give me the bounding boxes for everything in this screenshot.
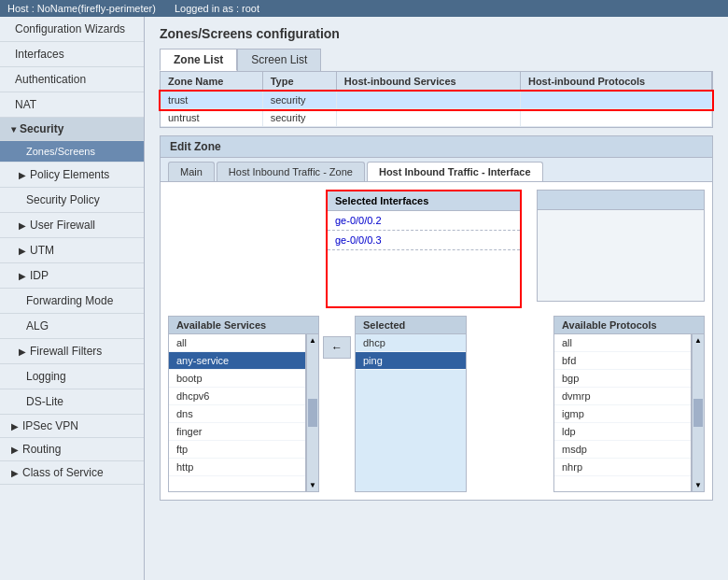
tab-zone-list[interactable]: Zone List xyxy=(160,49,237,71)
sidebar-item-security-policy[interactable]: Security Policy xyxy=(0,188,144,213)
sidebar-label: Routing xyxy=(22,443,61,456)
sidebar-item-logging[interactable]: Logging xyxy=(0,364,144,389)
available-protocols-list[interactable]: all bfd bgp dvmrp igmp ldp msdp nhrp xyxy=(553,333,692,492)
list-item[interactable]: igmp xyxy=(554,405,691,423)
list-item[interactable]: dvmrp xyxy=(554,388,691,405)
interface-item[interactable]: ge-0/0/0.3 xyxy=(328,231,520,250)
sidebar-item-zones-screens[interactable]: Zones/Screens xyxy=(0,141,144,163)
sidebar-item-idp[interactable]: ▶IDP xyxy=(0,263,144,289)
sidebar-item-interfaces[interactable]: Interfaces xyxy=(0,42,144,67)
sidebar-label: Interfaces xyxy=(15,48,64,61)
edit-tab-bar: Main Host Inbound Traffic - Zone Host In… xyxy=(161,158,712,182)
sidebar-item-class-of-service[interactable]: ▶Class of Service xyxy=(0,461,144,485)
move-left-button[interactable]: ← xyxy=(323,336,351,359)
available-services-container: Available Services all any-service bootp… xyxy=(168,316,319,492)
expand-icon: ▶ xyxy=(19,271,26,281)
expand-icon: ▶ xyxy=(11,445,19,455)
sidebar-label: DS-Lite xyxy=(26,395,63,408)
scroll-thumb xyxy=(308,399,317,427)
list-item[interactable]: nhrp xyxy=(554,459,691,476)
selected-interfaces-box: Selected Interfaces ge-0/0/0.2 ge-0/0/0.… xyxy=(326,190,522,308)
list-item[interactable]: ldp xyxy=(554,423,691,441)
table-row[interactable]: untrust security xyxy=(161,109,712,127)
scroll-up-icon[interactable]: ▲ xyxy=(309,336,316,345)
sidebar-item-authentication[interactable]: Authentication xyxy=(0,67,144,92)
sidebar-item-forwarding-mode[interactable]: Forwarding Mode xyxy=(0,289,144,314)
available-services-list[interactable]: all any-service bootp dhcpv6 dns finger … xyxy=(168,333,306,492)
selected-services-container: Selected dhcp ping xyxy=(355,316,467,492)
main-content: Zones/Screens configuration Zone List Sc… xyxy=(145,17,728,580)
sidebar-item-utm[interactable]: ▶UTM xyxy=(0,238,144,263)
sidebar-label: IPSec VPN xyxy=(22,419,78,432)
sidebar-label: Logging xyxy=(26,370,66,383)
list-item[interactable]: dhcp xyxy=(356,334,466,352)
interfaces-row: Selected Interfaces ge-0/0/0.2 ge-0/0/0.… xyxy=(168,190,705,308)
sidebar-item-ds-lite[interactable]: DS-Lite xyxy=(0,389,144,415)
scrollbar-protocols[interactable]: ▲ ▼ xyxy=(692,333,705,492)
zone-host-services-cell xyxy=(336,92,520,109)
col-type: Type xyxy=(262,72,336,92)
tab-host-inbound-zone[interactable]: Host Inbound Traffic - Zone xyxy=(217,162,365,181)
sidebar-label: NAT xyxy=(15,98,36,111)
selected-services-list[interactable]: dhcp ping xyxy=(355,333,467,492)
zone-type-cell: security xyxy=(262,92,336,109)
col-host-protocols: Host-inbound Protocols xyxy=(520,72,711,92)
list-item[interactable]: bfd xyxy=(554,352,691,370)
selected-services-label: Selected xyxy=(355,316,467,333)
list-item[interactable]: msdp xyxy=(554,441,691,459)
top-bar: Host : NoName(firefly-perimeter) Logged … xyxy=(0,0,728,17)
list-item[interactable]: finger xyxy=(169,423,305,441)
sidebar-item-security[interactable]: ▾Security xyxy=(0,118,144,141)
list-item[interactable]: bgp xyxy=(554,370,691,388)
list-item[interactable]: http xyxy=(169,459,305,476)
col-host-services: Host-inbound Services xyxy=(336,72,520,92)
available-services-box-wrapper: all any-service bootp dhcpv6 dns finger … xyxy=(168,333,319,492)
list-item[interactable]: dns xyxy=(169,405,305,423)
main-layout: Configuration Wizards Interfaces Authent… xyxy=(0,17,728,580)
selected-interfaces-list: ge-0/0/0.2 ge-0/0/0.3 xyxy=(328,211,520,306)
sidebar-item-nat[interactable]: NAT xyxy=(0,92,144,118)
zone-tab-bar: Zone List Screen List xyxy=(160,49,713,71)
list-item[interactable]: dhcpv6 xyxy=(169,388,305,405)
zone-host-services-cell xyxy=(336,109,520,127)
right-panel xyxy=(537,190,705,302)
expand-icon: ▶ xyxy=(19,246,26,256)
logged-label: Logged in as : root xyxy=(175,3,259,14)
sidebar-item-routing[interactable]: ▶Routing xyxy=(0,438,144,461)
zone-type-cell: security xyxy=(262,109,336,127)
zone-host-protocols-cell xyxy=(520,109,711,127)
list-item[interactable]: ping xyxy=(356,352,466,370)
sidebar-item-ipsec-vpn[interactable]: ▶IPSec VPN xyxy=(0,415,144,438)
list-item[interactable]: any-service xyxy=(169,352,305,370)
scroll-down-icon[interactable]: ▼ xyxy=(309,481,316,489)
sidebar-item-user-firewall[interactable]: ▶User Firewall xyxy=(0,213,144,238)
table-row[interactable]: trust security xyxy=(161,92,712,109)
expand-icon: ▾ xyxy=(11,124,16,134)
arrow-button-container: ← xyxy=(323,316,351,361)
sidebar-item-config-wizards[interactable]: Configuration Wizards xyxy=(0,17,144,42)
tab-screen-list[interactable]: Screen List xyxy=(237,49,321,71)
sidebar-item-alg[interactable]: ALG xyxy=(0,314,144,339)
scroll-up-icon[interactable]: ▲ xyxy=(694,336,702,345)
scrollbar-services[interactable]: ▲ ▼ xyxy=(306,333,319,492)
tab-host-inbound-interface[interactable]: Host Inbound Traffic - Interface xyxy=(367,162,543,181)
expand-icon: ▶ xyxy=(11,468,19,478)
available-protocols-container: Available Protocols all bfd bgp dvmrp ig… xyxy=(553,316,705,492)
sidebar-item-policy-elements[interactable]: ▶Policy Elements xyxy=(0,163,144,188)
sidebar-label: ALG xyxy=(26,319,49,332)
sidebar-label: Security Policy xyxy=(26,193,100,206)
sidebar-label: UTM xyxy=(30,244,54,257)
sidebar-label: Zones/Screens xyxy=(26,146,95,157)
edit-tab-content: Selected Interfaces ge-0/0/0.2 ge-0/0/0.… xyxy=(161,182,712,500)
list-item[interactable]: all xyxy=(554,334,691,352)
scroll-down-icon[interactable]: ▼ xyxy=(694,481,702,489)
tab-main[interactable]: Main xyxy=(168,162,215,181)
sidebar-label: IDP xyxy=(30,269,49,282)
sidebar-item-firewall-filters[interactable]: ▶Firewall Filters xyxy=(0,339,144,364)
interface-item[interactable]: ge-0/0/0.2 xyxy=(328,211,520,231)
interface-item-empty xyxy=(328,250,520,306)
sidebar-label: Policy Elements xyxy=(30,168,109,181)
list-item[interactable]: all xyxy=(169,334,305,352)
list-item[interactable]: ftp xyxy=(169,441,305,459)
list-item[interactable]: bootp xyxy=(169,370,305,388)
